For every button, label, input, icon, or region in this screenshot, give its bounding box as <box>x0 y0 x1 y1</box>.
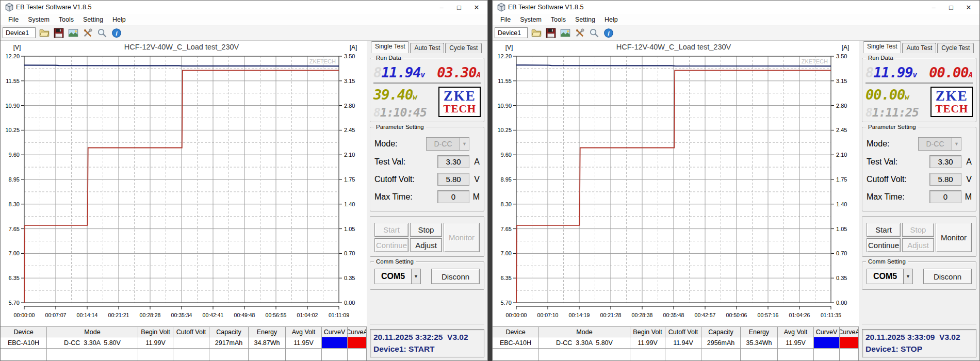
close-button[interactable]: ✕ <box>468 2 485 13</box>
device-selector[interactable]: Device1 <box>495 27 528 38</box>
svg-text:10.90: 10.90 <box>5 103 20 109</box>
menu-system[interactable]: System <box>515 16 546 23</box>
elapsed-time-display: 81:10:45 <box>373 107 427 119</box>
mode-dropdown[interactable]: D-CC ▼ <box>426 137 469 151</box>
menu-tools[interactable]: Tools <box>54 16 78 23</box>
chart-area: HCF-12V-40W_C_Load test_230V[V][A]12.203… <box>493 41 859 360</box>
max-time-input[interactable]: 0 <box>929 190 961 203</box>
close-button[interactable]: ✕ <box>960 2 977 13</box>
monitor-button[interactable]: Monitor <box>936 223 972 252</box>
minimize-button[interactable]: – <box>925 2 942 13</box>
maximize-button[interactable]: □ <box>450 2 468 13</box>
svg-text:00:28:28: 00:28:28 <box>140 312 161 318</box>
power-display: 00.00w <box>865 88 919 102</box>
menu-help[interactable]: Help <box>108 16 130 23</box>
image-export-icon[interactable] <box>68 27 79 39</box>
adjust-button[interactable]: Adjust <box>410 238 442 252</box>
start-button[interactable]: Start <box>374 223 409 237</box>
menu-setting[interactable]: Setting <box>570 16 600 23</box>
svg-text:11.55: 11.55 <box>6 78 20 84</box>
current-display: 00.00A <box>929 65 973 79</box>
svg-text:5.70: 5.70 <box>9 300 20 306</box>
test-val-unit: A <box>469 157 480 167</box>
tab-cycle-test[interactable]: Cycle Test <box>445 43 482 53</box>
zke-tech-logo: ZKE TECH <box>930 87 973 117</box>
tab-auto-test[interactable]: Auto Test <box>902 43 936 53</box>
menu-tools[interactable]: Tools <box>546 16 570 23</box>
tab-cycle-test[interactable]: Cycle Test <box>937 43 974 53</box>
table-empty-row <box>1 349 367 361</box>
info-icon[interactable]: i <box>603 27 614 39</box>
tab-single-test[interactable]: Single Test <box>863 41 901 53</box>
open-folder-icon[interactable] <box>531 27 542 39</box>
col-mode: Mode <box>539 327 630 337</box>
menu-system[interactable]: System <box>23 16 54 23</box>
mode-dropdown[interactable]: D-CC ▼ <box>918 137 961 151</box>
adjust-button[interactable]: Adjust <box>902 238 934 252</box>
menu-file[interactable]: File <box>496 16 515 23</box>
com-port-dropdown[interactable]: COM5 ▼ <box>867 269 913 284</box>
svg-text:2.10: 2.10 <box>344 152 355 158</box>
info-icon[interactable]: i <box>111 27 122 39</box>
toolbar: Device1 i <box>1 25 487 41</box>
result-table: Device Mode Begin Volt Cutoff Volt Capac… <box>493 326 859 361</box>
power-display: 39.40w <box>373 88 427 102</box>
tools-icon[interactable] <box>574 27 585 39</box>
open-folder-icon[interactable] <box>39 27 50 39</box>
curve-a-swatch <box>840 337 859 349</box>
stop-button[interactable]: Stop <box>902 223 934 237</box>
control-panel: Single Test Auto Test Cycle Test Run Dat… <box>859 41 979 360</box>
minimize-button[interactable]: – <box>433 2 450 13</box>
svg-text:i: i <box>116 29 118 37</box>
disconnect-button[interactable]: Disconn <box>923 269 972 284</box>
search-icon[interactable] <box>96 27 108 39</box>
tools-icon[interactable] <box>82 27 93 39</box>
parameter-setting-label: Parameter Setting <box>374 124 426 130</box>
tab-single-test[interactable]: Single Test <box>371 41 409 53</box>
panel-divider <box>370 324 484 325</box>
svg-text:7.00: 7.00 <box>501 250 512 256</box>
tab-auto-test[interactable]: Auto Test <box>410 43 444 53</box>
continue-button[interactable]: Continue <box>374 238 409 252</box>
continue-button[interactable]: Continue <box>867 238 901 252</box>
current-display: 03.30A <box>437 65 481 79</box>
save-icon[interactable] <box>545 27 557 39</box>
max-time-input[interactable]: 0 <box>437 190 469 203</box>
com-port-dropdown[interactable]: COM5 ▼ <box>374 269 421 284</box>
menu-file[interactable]: File <box>4 16 23 23</box>
save-icon[interactable] <box>53 27 64 39</box>
svg-text:HCF-12V-40W_C_Load test_230V: HCF-12V-40W_C_Load test_230V <box>124 43 239 51</box>
table-row[interactable]: EBC-A10H D-CC 3.30A 5.80V 11.99V 2917mAh… <box>1 337 367 349</box>
monitor-button[interactable]: Monitor <box>444 223 480 252</box>
stop-button[interactable]: Stop <box>410 223 442 237</box>
cutoff-volt-input[interactable]: 5.80 <box>437 173 469 186</box>
cell-mode: D-CC 3.30A 5.80V <box>539 337 630 349</box>
max-time-unit: M <box>961 192 972 202</box>
svg-text:6.35: 6.35 <box>9 275 20 281</box>
menu-setting[interactable]: Setting <box>78 16 108 23</box>
curve-v-swatch <box>814 337 840 349</box>
parameter-setting-label: Parameter Setting <box>866 124 918 130</box>
test-val-input[interactable]: 3.30 <box>929 155 961 168</box>
search-icon[interactable] <box>589 27 600 39</box>
table-row[interactable]: EBC-A10H D-CC 3.30A 5.80V 11.99V 11.94V … <box>493 337 859 349</box>
comm-setting-label: Comm Setting <box>374 258 416 265</box>
max-time-unit: M <box>469 192 480 202</box>
disconnect-button[interactable]: Disconn <box>431 269 480 284</box>
device-selector[interactable]: Device1 <box>3 27 36 38</box>
table-empty-row <box>493 349 859 361</box>
mode-label: Mode: <box>867 139 918 149</box>
cell-mode: D-CC 3.30A 5.80V <box>47 337 138 349</box>
col-energy: Energy <box>249 327 286 337</box>
col-device: Device <box>1 327 47 337</box>
maximize-button[interactable]: □ <box>942 2 960 13</box>
svg-text:HCF-12V-40W_C_Load test_230V: HCF-12V-40W_C_Load test_230V <box>616 43 731 51</box>
status-box: 20.11.2025 3:33:09 V3.02 Device1: STOP <box>862 329 976 357</box>
start-button[interactable]: Start <box>867 223 901 237</box>
menu-help[interactable]: Help <box>600 16 623 23</box>
cutoff-volt-input[interactable]: 5.80 <box>929 173 961 186</box>
svg-text:0.70: 0.70 <box>836 250 847 256</box>
image-export-icon[interactable] <box>560 27 571 39</box>
test-val-input[interactable]: 3.30 <box>437 155 469 168</box>
svg-text:9.60: 9.60 <box>501 152 512 158</box>
